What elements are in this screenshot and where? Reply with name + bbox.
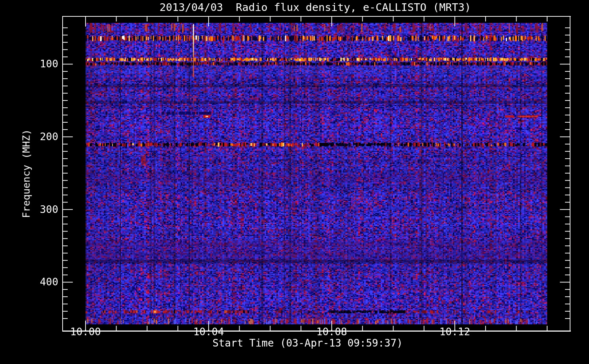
y-tick-label: 300 [15, 203, 58, 215]
chart-title: 2013/04/03 Radio flux density, e-CALLIST… [31, 1, 589, 13]
x-tick-label: 10:00 [70, 326, 101, 338]
x-tick-label: 10:04 [193, 326, 224, 338]
x-tick-label: 10:08 [316, 326, 347, 338]
x-axis-label: Start Time (03-Apr-13 09:59:37) [55, 337, 561, 349]
y-tick-label: 200 [15, 131, 58, 143]
spectrogram-figure: 2013/04/03 Radio flux density, e-CALLIST… [0, 0, 589, 364]
x-tick-label: 10:12 [439, 326, 470, 338]
y-tick-label: 400 [15, 276, 58, 288]
y-tick-label: 100 [15, 58, 58, 70]
spectrogram-canvas [0, 0, 589, 364]
